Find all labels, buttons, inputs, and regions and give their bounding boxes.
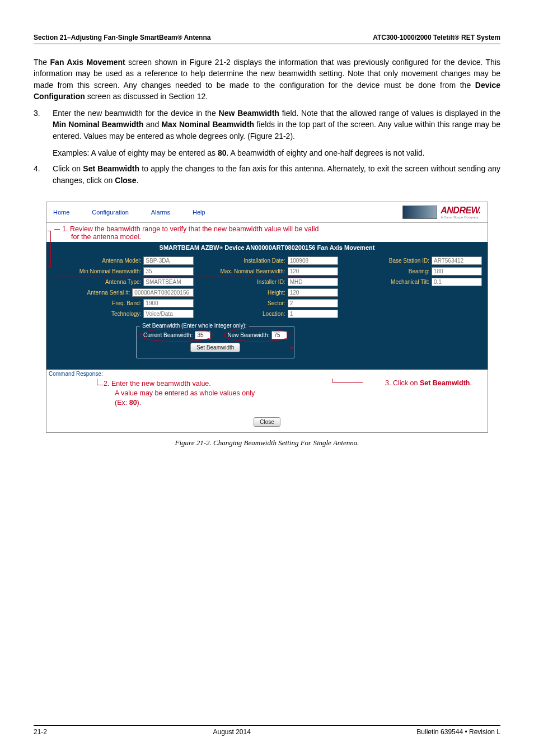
callout-1: 1. Review the beamwidth range to verify … [46, 223, 488, 242]
height-input[interactable] [288, 288, 338, 297]
callout-tick [48, 231, 51, 231]
current-beamwidth-input[interactable] [195, 331, 210, 339]
field-height: Height: [196, 288, 338, 297]
step-list: 3. Enter the new beamwidth for the devic… [34, 108, 500, 186]
command-response-label: Command Response: [49, 371, 485, 377]
sector-input[interactable] [288, 299, 338, 307]
close-row: Close [49, 410, 485, 431]
field-min-nominal-bw: Min Nominal Beamwidth: [52, 267, 194, 276]
max-bw-input[interactable] [288, 267, 338, 276]
header-left: Section 21–Adjusting Fan-Single SmartBea… [34, 34, 210, 41]
bearing-input[interactable] [432, 267, 482, 276]
command-response-box: 2. Enter the new beamwidth value. A valu… [49, 377, 485, 410]
app-window: Home Configuration Alarms Help ANDREW. A… [46, 202, 488, 433]
page-header: Section 21–Adjusting Fan-Single SmartBea… [34, 34, 500, 44]
rf-image-icon [402, 206, 437, 219]
callout-corner [97, 379, 103, 385]
field-antenna-type: Antenna Type: [52, 278, 194, 286]
brand-subtitle: A CommScope Company [441, 216, 481, 219]
callout-3: 3. Click on Set Beamwidth. [385, 379, 472, 387]
field-serial: Antenna Serial #: [52, 288, 194, 297]
field-mech-tilt: Mechanical Tilt: [340, 278, 482, 286]
tech-input[interactable] [143, 310, 194, 318]
antenna-type-input[interactable] [143, 278, 194, 286]
close-button[interactable]: Close [254, 417, 280, 427]
menubar: Home Configuration Alarms Help ANDREW. A… [46, 202, 488, 223]
brand-area: ANDREW. A CommScope Company [402, 206, 481, 219]
field-technology: Technology: [52, 310, 194, 318]
field-new-beamwidth: New Beamwidth: [227, 331, 287, 339]
panel-title: SMARTBEAM AZBW+ Device AN00000ART0802001… [46, 242, 488, 253]
field-current-beamwidth: Current Beamwidth: [143, 331, 210, 339]
mech-tilt-input[interactable] [432, 278, 482, 286]
serial-input[interactable] [132, 288, 194, 297]
field-install-date: Installation Date: [196, 256, 338, 265]
page: Section 21–Adjusting Fan-Single SmartBea… [0, 0, 534, 756]
set-beamwidth-fieldset: Set Beamwidth (Enter whole integer only)… [136, 326, 294, 358]
freq-input[interactable] [143, 299, 194, 307]
step-number: 3. [34, 108, 44, 158]
antenna-model-input[interactable] [143, 256, 194, 265]
footer-bulletin: Bulletin 639544 • Revision L [416, 728, 500, 736]
new-beamwidth-input[interactable] [271, 331, 287, 339]
callout-2: 2. Enter the new beamwidth value. A valu… [104, 379, 288, 408]
menu-home[interactable]: Home [53, 209, 69, 216]
field-sector: Sector: [196, 299, 338, 307]
location-input[interactable] [288, 310, 338, 318]
header-right: ATC300-1000/2000 Teletilt® RET System [373, 34, 500, 41]
field-location: Location: [196, 310, 338, 318]
field-installer-id: Installer ID: [196, 278, 338, 286]
menu-alarms[interactable]: Alarms [151, 209, 170, 216]
field-grid: Antenna Model: Installation Date: Base S… [46, 253, 488, 321]
field-bearing: Bearing: [340, 267, 482, 276]
intro-paragraph: The Fan Axis Movement screen shown in Fi… [34, 57, 500, 102]
figure-21-2: Home Configuration Alarms Help ANDREW. A… [46, 202, 488, 447]
field-freq-band: Freq. Band: [52, 299, 194, 307]
install-date-input[interactable] [288, 256, 338, 265]
figure-caption: Figure 21-2. Changing Beamwidth Setting … [46, 438, 488, 447]
set-beamwidth-area: Set Beamwidth (Enter whole integer only)… [46, 321, 488, 364]
set-beamwidth-button[interactable]: Set Beamwidth [190, 343, 240, 352]
fieldset-legend: Set Beamwidth (Enter whole integer only)… [140, 323, 249, 329]
command-response-area: Command Response: 2. Enter the new beamw… [46, 370, 488, 432]
callout-dash [54, 229, 60, 230]
installer-input[interactable] [288, 278, 338, 286]
step-3-example: Examples: A value of eighty may be enter… [53, 147, 500, 158]
callout-line [333, 382, 363, 383]
menu-configuration[interactable]: Configuration [92, 209, 128, 216]
base-station-input[interactable] [432, 256, 482, 265]
device-panel: SMARTBEAM AZBW+ Device AN00000ART0802001… [46, 242, 488, 370]
step-number: 4. [34, 163, 44, 186]
field-antenna-model: Antenna Model: [52, 256, 194, 265]
footer-date: August 2014 [213, 728, 251, 736]
step-3: 3. Enter the new beamwidth for the devic… [34, 108, 500, 158]
menu-help[interactable]: Help [193, 209, 205, 216]
step-4: 4. Click on Set Beamwidth to apply the c… [34, 163, 500, 186]
footer-page-num: 21-2 [34, 728, 47, 736]
callout-line [50, 231, 51, 267]
brand-logo: ANDREW. A CommScope Company [441, 206, 481, 219]
min-bw-input[interactable] [143, 267, 194, 276]
field-max-nominal-bw: Max. Nominal Beamwidth: [196, 267, 338, 276]
field-base-station: Base Station ID: [340, 256, 482, 265]
page-footer: 21-2 August 2014 Bulletin 639544 • Revis… [34, 725, 500, 736]
callout-tick [48, 267, 51, 267]
arrowhead-icon: ▸ [291, 343, 294, 351]
